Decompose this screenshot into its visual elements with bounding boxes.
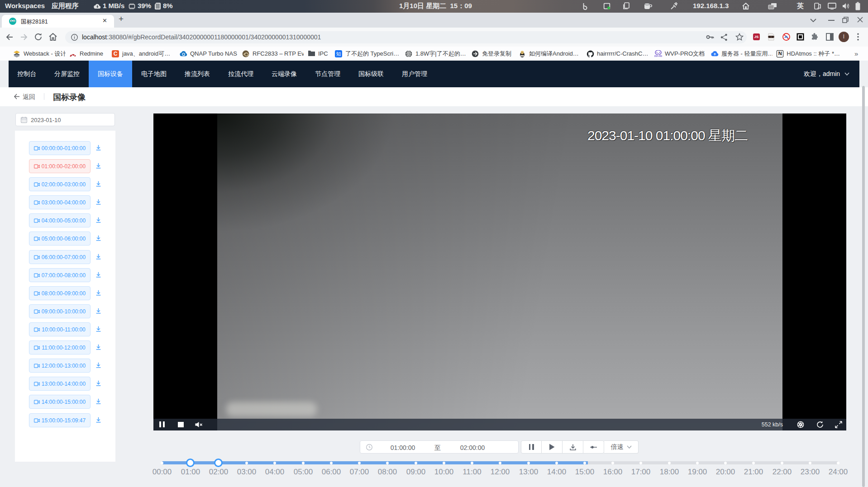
svg-text:WVP-PRO: WVP-PRO bbox=[654, 55, 662, 57]
